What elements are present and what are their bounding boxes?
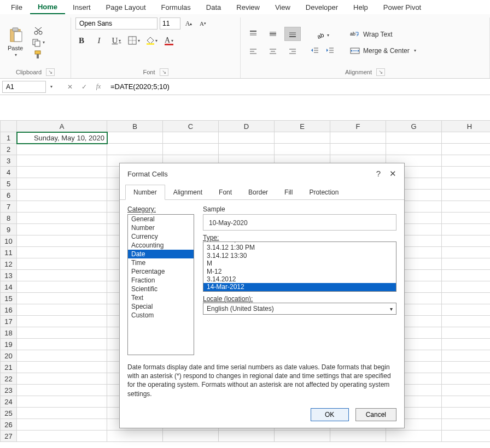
row-header[interactable]: 26: [1, 419, 17, 431]
cell[interactable]: [442, 247, 491, 258]
category-list[interactable]: GeneralNumberCurrencyAccountingDateTimeP…: [127, 214, 194, 355]
row-header[interactable]: 4: [1, 167, 17, 178]
cell[interactable]: [442, 224, 491, 235]
row-header[interactable]: 11: [1, 247, 17, 258]
cell[interactable]: [330, 431, 386, 442]
category-item[interactable]: Fraction: [128, 276, 194, 285]
row-header[interactable]: 14: [1, 281, 17, 293]
decrease-indent-button[interactable]: [308, 45, 322, 55]
cell[interactable]: [17, 258, 107, 270]
category-item[interactable]: Special: [128, 302, 194, 311]
menu-insert[interactable]: Insert: [65, 1, 98, 14]
cell[interactable]: [163, 431, 219, 442]
copy-button[interactable]: ▾: [30, 37, 47, 48]
cell[interactable]: [442, 339, 491, 350]
cell[interactable]: [17, 316, 107, 327]
font-launcher[interactable]: ↘: [160, 68, 168, 76]
cancel-formula-button[interactable]: ✕: [65, 81, 75, 92]
cell[interactable]: [442, 167, 491, 178]
type-item[interactable]: M: [203, 260, 396, 267]
cell[interactable]: [219, 144, 275, 155]
cell[interactable]: [275, 132, 330, 144]
font-name-input[interactable]: [75, 17, 158, 30]
category-item[interactable]: Accounting: [128, 241, 194, 250]
row-header[interactable]: 20: [1, 350, 17, 362]
row-header[interactable]: 13: [1, 270, 17, 281]
row-header[interactable]: 27: [1, 431, 17, 442]
font-size-input[interactable]: [160, 17, 180, 30]
row-header[interactable]: 15: [1, 293, 17, 304]
cell[interactable]: [442, 281, 491, 293]
row-header[interactable]: 22: [1, 373, 17, 385]
row-header[interactable]: 21: [1, 362, 17, 373]
name-box[interactable]: [2, 81, 46, 93]
fill-color-button[interactable]: ▾: [145, 35, 158, 46]
row-header[interactable]: 19: [1, 339, 17, 350]
cell[interactable]: [17, 350, 107, 362]
cell[interactable]: [107, 144, 163, 155]
cell[interactable]: [442, 396, 491, 408]
cell[interactable]: [17, 431, 107, 442]
row-header[interactable]: 16: [1, 304, 17, 316]
dialog-tab[interactable]: Border: [240, 185, 276, 200]
cell[interactable]: [163, 144, 219, 155]
row-header[interactable]: 5: [1, 178, 17, 190]
category-item[interactable]: General: [128, 215, 194, 223]
dialog-help-button[interactable]: ?: [376, 169, 381, 179]
type-item[interactable]: 3.14.12 1:30 PM: [203, 244, 396, 251]
dialog-tab[interactable]: Fill: [276, 185, 301, 200]
increase-font-button[interactable]: A▴: [183, 18, 195, 29]
locale-select[interactable]: English (United States) ▾: [203, 303, 396, 315]
row-header[interactable]: 7: [1, 201, 17, 213]
row-header[interactable]: 9: [1, 224, 17, 235]
cell[interactable]: [442, 190, 491, 201]
font-color-button[interactable]: A ▾: [163, 35, 175, 46]
cell[interactable]: [442, 431, 491, 442]
cell[interactable]: [17, 224, 107, 235]
ok-button[interactable]: OK: [311, 408, 349, 421]
column-header[interactable]: C: [163, 121, 219, 132]
cell[interactable]: [17, 167, 107, 178]
orientation-button[interactable]: ab ▾: [308, 30, 337, 41]
merge-center-button[interactable]: Merge & Center ▾: [348, 45, 418, 56]
fx-button[interactable]: fx: [93, 81, 104, 92]
cell[interactable]: [442, 270, 491, 281]
row-header[interactable]: 1: [1, 132, 17, 144]
category-item[interactable]: Percentage: [128, 267, 194, 276]
increase-indent-button[interactable]: [324, 45, 337, 55]
menu-review[interactable]: Review: [229, 1, 267, 14]
category-item[interactable]: Scientific: [128, 285, 194, 293]
cell[interactable]: [17, 247, 107, 258]
cell[interactable]: [17, 293, 107, 304]
align-center-button[interactable]: [265, 44, 281, 58]
row-header[interactable]: 10: [1, 235, 17, 247]
underline-button[interactable]: U▾: [110, 35, 122, 46]
cell[interactable]: [275, 144, 330, 155]
column-header[interactable]: B: [107, 121, 163, 132]
cell[interactable]: [17, 339, 107, 350]
cell[interactable]: [442, 385, 491, 396]
row-header[interactable]: 2: [1, 144, 17, 155]
type-item[interactable]: 3.14.2012: [203, 275, 396, 283]
cell[interactable]: [107, 132, 163, 144]
alignment-launcher[interactable]: ↘: [376, 68, 385, 76]
chevron-down-icon[interactable]: ▾: [50, 84, 52, 89]
cell[interactable]: [219, 431, 275, 442]
cell[interactable]: [442, 155, 491, 167]
category-item[interactable]: Time: [128, 258, 194, 267]
category-item[interactable]: Date: [128, 250, 194, 258]
row-header[interactable]: 24: [1, 396, 17, 408]
cell[interactable]: [163, 132, 219, 144]
italic-button[interactable]: I: [93, 35, 105, 46]
column-header[interactable]: H: [442, 121, 491, 132]
cell[interactable]: [386, 132, 442, 144]
cell[interactable]: [17, 304, 107, 316]
row-header[interactable]: 18: [1, 327, 17, 339]
cell[interactable]: [219, 132, 275, 144]
cell[interactable]: [442, 201, 491, 213]
cell[interactable]: [17, 270, 107, 281]
cell[interactable]: [442, 350, 491, 362]
cell[interactable]: [17, 385, 107, 396]
menu-page-layout[interactable]: Page Layout: [98, 1, 154, 14]
align-middle-button[interactable]: [265, 27, 281, 41]
